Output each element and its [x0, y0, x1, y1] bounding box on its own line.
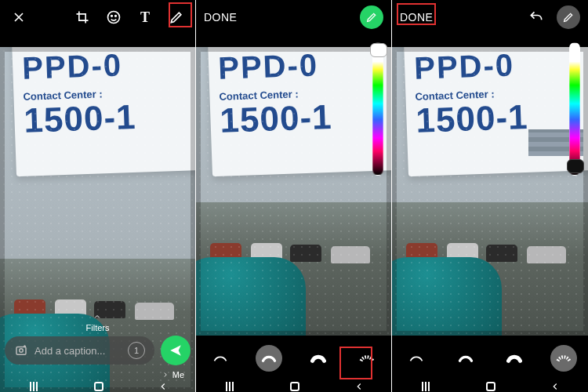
recipient-label: Me [172, 370, 184, 379]
brush-highlight[interactable] [256, 345, 282, 372]
nav-recent[interactable] [27, 386, 40, 387]
screen-draw-mode: DONE PPD-0 Contact Center : 1500-1 [196, 0, 392, 392]
done-button[interactable]: DONE [400, 11, 433, 24]
nav-home[interactable] [486, 382, 495, 391]
view-once-toggle[interactable]: 1 [128, 342, 145, 359]
color-picker-slider[interactable] [372, 42, 383, 176]
nav-back[interactable] [354, 381, 365, 392]
nav-back[interactable] [158, 381, 169, 392]
brush-thin[interactable] [207, 345, 234, 372]
caption-row: Add a caption... 1 [5, 336, 191, 365]
color-thumb[interactable] [370, 43, 387, 57]
close-icon[interactable] [8, 6, 30, 28]
svg-rect-3 [16, 347, 26, 355]
image-preview[interactable]: PPD-0 Contact Center : 1500-1 [196, 47, 391, 336]
brush-highlight[interactable] [452, 345, 479, 372]
nav-recent[interactable] [419, 386, 432, 387]
draw-pencil-active-icon[interactable] [360, 5, 383, 29]
draw-top-toolbar: DONE [392, 0, 588, 34]
add-photo-icon [14, 343, 28, 358]
nav-back[interactable] [550, 381, 561, 392]
caption-input[interactable]: Add a caption... 1 [5, 336, 154, 365]
image-preview[interactable]: PPD-0 Contact Center : 1500-1 [392, 47, 588, 336]
svg-point-0 [108, 12, 120, 24]
draw-pencil-active-icon[interactable] [557, 5, 580, 29]
draw-top-toolbar: DONE [196, 0, 391, 34]
brush-pixelate[interactable] [354, 345, 380, 372]
brush-selector-bar [196, 340, 391, 376]
brush-pixelate[interactable] [550, 345, 577, 372]
svg-point-4 [20, 349, 24, 353]
screen-draw-applied: DONE PPD-0 Contact Center : 1500-1 [392, 0, 588, 392]
color-thumb[interactable] [567, 159, 584, 173]
brush-selector-bar [392, 340, 588, 376]
filters-label: Filters [86, 323, 110, 332]
text-tool-icon[interactable]: T [134, 6, 156, 28]
brush-thin[interactable] [403, 345, 430, 372]
svg-point-2 [115, 16, 117, 17]
crop-rotate-icon[interactable] [71, 6, 93, 28]
nav-recent[interactable] [223, 386, 236, 387]
screen-editor-initial: T PPD-0 Contact Center : 1500-1 [0, 0, 196, 392]
android-nav-bar [392, 381, 588, 392]
undo-icon[interactable] [525, 6, 547, 28]
filters-swipe-hint[interactable]: Filters [86, 312, 110, 332]
emoji-sticker-icon[interactable] [103, 6, 125, 28]
nav-home[interactable] [94, 382, 103, 391]
recipient-chip[interactable]: Me [162, 370, 184, 379]
android-nav-bar [196, 381, 391, 392]
brush-thick[interactable] [305, 345, 332, 372]
send-button[interactable] [161, 336, 191, 365]
draw-pencil-icon[interactable] [165, 6, 187, 28]
nav-home[interactable] [290, 382, 299, 391]
caption-placeholder: Add a caption... [34, 345, 105, 357]
svg-point-1 [111, 16, 113, 17]
brush-thick[interactable] [501, 345, 528, 372]
editor-top-toolbar: T [0, 0, 195, 34]
color-picker-slider[interactable] [569, 42, 580, 176]
android-nav-bar [0, 381, 195, 392]
done-button[interactable]: DONE [204, 11, 237, 24]
